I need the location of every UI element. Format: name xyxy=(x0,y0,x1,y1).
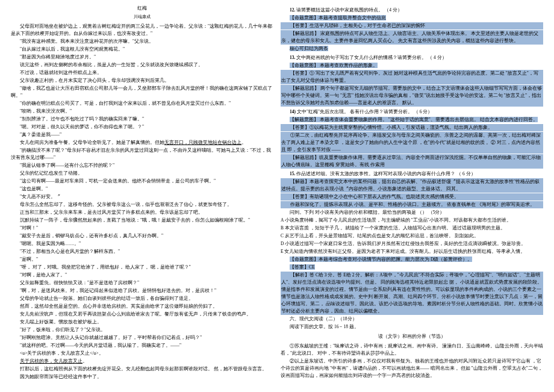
para: "对啊！" xyxy=(11,225,273,232)
q12: 12. 请简要概括这篇小说中家庭氛围的特点。 （4 分） xyxy=(281,7,543,14)
eval-meta: 【命题意图】本题考综合考查对小说情节内容的把握。能力层次为 D级（鉴赏评价）。 xyxy=(281,256,543,263)
para: 因为她眼帘而深等已经经这件事中了。 xyxy=(11,373,273,381)
para: 父母的争论就止告一段落。她们自谈到彼些此的结话一致后，各自骗得到了道足。 xyxy=(11,295,273,302)
opt-b: B 本文语言质 ，短短于子几 。就描绘了一个家度的生活。人物描写心出直白明。 通… xyxy=(281,225,543,232)
para: "啊，对，是送风枝来。对，我还记得起来似送给了房枝。是悄悄包好送去的。对，是房枝… xyxy=(11,287,273,294)
para: "你的确在明治糕点公司买了。可是，自打我到这个家来以后，就不曾见你在风月堂买过什… xyxy=(11,100,273,107)
q13-think: 【解题思路】 两个句子都是写女儿细的节描写。需要放的文中，结合上下文语境体会这些… xyxy=(281,85,543,107)
q14-text: 文中"红梅"先后次出现。 各有什么作用？请简要分析。 xyxy=(297,109,412,114)
q13-answer: 【答案】① 写出了女儿既严着有父司到争。灰过 她对这种模具生活气息的争论持完容的… xyxy=(281,70,543,84)
para: 女儿端上好饭菜。惯故放在被炉板上。 xyxy=(11,319,273,326)
para: "做啥，我乙也是让大压右田宿糕点公司那儿等一会儿，又坐那部车子除去乱风月堂的呀！… xyxy=(11,85,273,99)
q12-note: 核心可归结为两条 xyxy=(281,45,543,52)
para: 母亲怎么全然忘却了。这移奇怪的。父亲被母亲这么一说，似乎也渐渐泛去了信心，就更加… xyxy=(11,201,273,208)
para: "就这样的吧。不过啊——今天的风月堂话题，我认输了。我确实老了。——" xyxy=(11,342,273,349)
para: 父亲如释重负。很快怯怯又说："是不是送给了房枝啊？" xyxy=(11,279,273,287)
underline-text-2: 关于房枝的事，女儿故言又止 xyxy=(20,358,82,364)
para: "女儿恶不好安。〞 xyxy=(11,193,273,201)
para: "真？委道是我——" xyxy=(11,131,273,138)
para: "这公司有啊——最是对车来回，可机一定会送来的。他绝不会悄悄带走，是公司的车子啊… xyxy=(11,178,273,185)
q13-num: 13. xyxy=(290,55,295,60)
para: "嗯。对对是，很久以天前的梦话，你不由得也来了嗯。？" xyxy=(11,123,273,131)
q14-meta: 【解题意图】 本题考查体会重要物象的作用。 "这些始于话的寓意"、需要透出去层信… xyxy=(281,116,543,123)
q12-answer: 【答案】生活平凡琐碎，主相关心，对于生命者已的深深的惋怀 xyxy=(281,22,543,30)
para: "戴安子去是后，铜锣马纺点心，还有许多杉点，真几人不好办啊。" xyxy=(11,232,273,240)
q13-points: （ 4 分） xyxy=(428,55,447,60)
para: "的确搞没不来了呢？"母亲好不容易才旧左亲亲的风月堂过回这则一点，不由许又这样嘀… xyxy=(11,147,273,161)
para: 沉默持续了一阵子，母亲骤然想起来的，直戳了当地说："哦，哦！是戴安子去的，你怎么… xyxy=(11,217,273,224)
para-underline-1: 女儿在间房为准备午餐。父母争论全听见了。她是了解真情的。但她无言开口，只顾微笑地… xyxy=(11,139,273,146)
q14-num: 14) xyxy=(290,109,296,114)
para: 不过说，话题就转到这件些糕点上来。 xyxy=(11,69,273,76)
para: 父亲的忆记忆也发生了动摇。 xyxy=(11,170,273,177)
para: 父亲说趣正村的，在月末实定了决心回头，母亲却强调没有到后第几。 xyxy=(11,77,273,84)
para: "好啊刚煞瞎涂。竟然让人头记你就越过越越了。好了，平时帮着你们记着点，好吗？" xyxy=(11,334,273,341)
para: "呀， 对了，对哦。我坐把它给涂了，用纸包好， 给人家了 。嗯，是给谁了呢？" xyxy=(11,264,273,271)
para: "嗯嗯。我是实因为略……。" xyxy=(11,240,273,247)
q14: 14) 文中"红梅"先后次出现。 各有什么作用？请简要分析。 （ 6 分） xyxy=(281,108,543,116)
q15: 15. 作品述述对细。没有太激的故事性。这样写对表现小说的内容有什么作用？ （ … xyxy=(281,170,543,178)
q12-points: （4 分） xyxy=(384,7,402,13)
q15-text: 作品述述对细。没有太激的故事性。这样写对表现小说的内容有什么作用？ xyxy=(296,171,455,176)
para: "是啊。" xyxy=(11,256,273,263)
para: 父母面对面地坐在被炉边上，观赏着古树红梅绽开的两三朵花儿，一边争论着。父亲说："… xyxy=(11,23,273,37)
eval-intro: 问到。下列 对小说有关内容的分析和概括。最恰当的两项是 （） （5分） xyxy=(281,209,543,216)
para: "这也是啊。" xyxy=(11,185,273,193)
q14-points: （ 6 分） xyxy=(414,109,433,114)
para-underline-2: 关于房枝的事，女儿故言又止。 xyxy=(11,358,273,365)
para: "我没有这种感觉。我本来没注意这种花开的次序嘛。"父亲说。 xyxy=(11,38,273,45)
story-title: 红梅 xyxy=(11,5,273,13)
para: 女儿先前没吭声，但现在又若乎再说担架点心么到底给谁家去了呢。餐厅放有雀无声，只传… xyxy=(11,311,273,318)
eval-answer: 【答案】CE xyxy=(281,264,543,271)
section2-p2: ②以上是东坡话。中所引的诗多画，不仅仅对我有些疑为。独着的王维也开他的对风川附近… xyxy=(281,358,543,379)
para: 正当和三那末，父亲亲来车来，是去过风月堂买了许多糕点来的。母亲该是忘却了吧。 xyxy=(11,209,273,216)
left-column: 红梅 川端康成 父母面对面地坐在被炉边上，观赏着古树红梅绽开的两三朵花儿，一边争… xyxy=(7,5,277,387)
para: 然而，这然却全然是是空的。点心并非送给房枝的。其实是由给求了这位做即姑娘的劳妇了… xyxy=(11,303,273,310)
opt-a: A 小说角度特棒，揭写了今儿民庶的生活场景，与主编硬续的 "工业品"小说不同。对… xyxy=(281,217,543,224)
para: 说完这些，画到左侧树的布余相比，虽是人的一生短暂，父亲就说改兴致继续感叹了。 xyxy=(11,61,273,69)
para: 打那以后，这红梅照例从下面的枝桠先绽开花朵。女儿经翻也起同母亲起那装啊谁段对话。… xyxy=(11,366,273,373)
eval-explain: 【解析】答 C给 3 分。答 E给 2 分。解析：A项中，"今儿民庶"不符合实际… xyxy=(281,272,543,315)
section2-header: 六、现代文阅读（二）（18分） xyxy=(281,316,543,323)
q15-meta: 【解题】本题考查撰究文本中的某些问题，提出自己的表解、"作品叙述舒缓〞提表示这这… xyxy=(281,178,543,193)
q12-think: 【解题思路】 家庭氛围的特点可从人物生活上、人物言语主、人物关系中体现出来。 本… xyxy=(281,30,543,45)
opt-d: D 小说通过描写一个家庭日常生活。告诉我们岁月虽然有过红侵蚀去我答应，美好的生活… xyxy=(281,240,543,247)
q13-text: 文中两处画线的句子写出了女儿什么样的情感？请简要分析。 xyxy=(296,55,426,60)
para: "对啊，是给人家了。" xyxy=(11,272,273,279)
para: "我是认错事了啊——还有什么忘不掉的呢？" xyxy=(11,162,273,169)
q14-answer: 【答案】①以梅花为主线贯穿整的心情怜惜。小感入，引发话题，渲染气氛。结出两人的形… xyxy=(281,124,543,131)
section2-title: 读（文学）和画的分界（节选） xyxy=(281,333,543,340)
underline-text-1: 无言开口，只顾微笑地站在锅台边上 xyxy=(164,140,241,145)
para: <u>关于房枝的事，女儿故言又止</u>。 xyxy=(11,350,273,357)
para: "好了，饭来啦，你们听见了？"父亲说。 xyxy=(11,326,273,334)
right-column: 12. 请简要概括这篇小说中家庭氛围的特点。 （4 分） 【命题意图】本题考查提… xyxy=(277,5,547,387)
q14-think: 【解题思路】统及重要物象作体用。需要逐从过章法、内容全个两面进行深浅挖掘。不仅单… xyxy=(281,154,543,169)
q12-text: 请简要概括这篇小说中家庭氛围的特点。 xyxy=(296,7,383,13)
q12-num: 12. xyxy=(290,7,295,13)
para: "那是因为你稀里糊涂地度过岁月。" xyxy=(11,54,273,61)
opt-e: E 女儿知道内情依然没有纠正父祭。是因为老者下来对追成。没有耐儿。好以后生话挑的… xyxy=(281,248,543,255)
para: "别别辨涂了。过午也不包吃过了吗？我的确实回来了嘛。" xyxy=(11,116,273,123)
q13-meta: 【命题意图】 本题考查欣赏作品的形象。 xyxy=(281,62,543,69)
para: "唉哟，我来没没次啊。" xyxy=(11,108,273,115)
section2-sub: 阅读下面的文章。按 16－18 题。 xyxy=(281,323,543,331)
q12-meta: 【命题意图】本题考查提取并整合文中的信息 xyxy=(281,14,543,22)
section2-p1: ①苏东戴坡的王维："味摩诘之诗，诗中有画；观摩诘之画。画中有诗。 漫漫白日。玉山… xyxy=(281,343,543,357)
q13: 13. 文中两处画线的句子写出了女儿什么样的情感？请简要分析。 （ 4 分） xyxy=(281,54,543,61)
q15-answer2: 作题和深化了。提炼示表现从 小说、是平和、性格的小说口。主题倾方。 依春直钱单在… xyxy=(281,201,543,208)
q15-num: 15. xyxy=(290,171,295,176)
story-author: 川端康成 xyxy=(11,14,273,20)
q14-answer2: ①第二次，由红梅整先开花序再论争。来描发父亲与母亲之间关确瓷的、亲善之之间的温馨… xyxy=(281,132,543,154)
para: "自从嫁过来以后，我这根儿没有空闲观赏梅花。" xyxy=(11,46,273,53)
q15-answer: 【答案】有助诸现中之小在中心和下层表人的作气氛。也助述灵次感的情感受。 xyxy=(281,193,543,201)
para: "不过，那相当久心是在风月堂的？解样东西。" xyxy=(11,248,273,255)
opt-c: C 从艺手法上看，开头是景物描写。结尾的点也是女儿的顺忆和追思，首法映呀。 刻划… xyxy=(281,232,543,240)
q15-points: （ 6 分） xyxy=(456,171,476,176)
